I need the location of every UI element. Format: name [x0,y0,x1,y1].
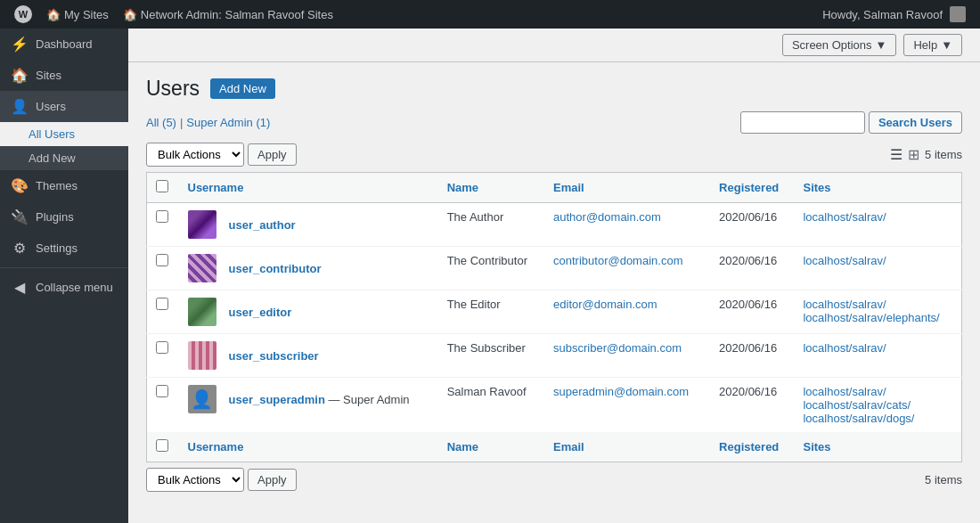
tf-username[interactable]: Username [179,432,438,462]
site-link[interactable]: localhost/salrav/ [803,254,952,267]
table-body: user_authorThe Authorauthor@domain.com20… [147,203,962,433]
th-name[interactable]: Name [438,173,544,203]
row-name-cell: The Contributor [438,247,544,290]
username-text-wrapper: user_superadmin — Super Admin [229,393,410,406]
list-view-icon[interactable]: ☰ [890,146,902,163]
select-all-checkbox-bottom[interactable] [156,439,168,452]
items-count-label-bottom: 5 items [925,473,962,486]
howdy-menu[interactable]: Howdy, Salman Ravoof [815,6,973,22]
search-input[interactable] [740,111,865,134]
screen-options-button[interactable]: Screen Options ▼ [782,34,896,56]
add-new-button[interactable]: Add New [210,78,275,99]
row-checkbox-cell [147,290,179,334]
row-checkbox[interactable] [156,341,168,354]
row-name-cell: The Subscriber [438,334,544,378]
filter-super-admin-link[interactable]: Super Admin (1) [186,116,270,129]
row-checkbox[interactable] [156,298,168,310]
row-registered-cell: 2020/06/16 [710,378,794,433]
username-link[interactable]: user_subscriber [229,349,319,363]
sidebar-item-plugins[interactable]: 🔌 Plugins [0,201,128,233]
site-link[interactable]: localhost/salrav/cats/ [803,398,952,412]
email-link[interactable]: superadmin@domain.com [553,385,689,398]
sidebar-item-dashboard[interactable]: ⚡ Dashboard [0,29,128,60]
user-avatar-small [950,6,966,22]
row-registered-cell: 2020/06/16 [710,334,794,378]
content-area: Users Add New All (5) | Super Admin (1) … [128,62,980,523]
plugins-icon: 🔌 [11,208,29,225]
username-text-wrapper: user_editor [229,306,292,319]
row-username-cell: user_editor [179,290,438,334]
help-button[interactable]: Help ▼ [903,34,962,56]
table-row: user_authorThe Authorauthor@domain.com20… [147,203,962,247]
email-link[interactable]: subscriber@domain.com [553,341,682,355]
sidebar-item-settings[interactable]: ⚙ Settings [0,233,128,264]
sidebar-item-all-users[interactable]: All Users [0,122,128,146]
sidebar-item-sites[interactable]: 🏠 Sites [0,60,128,91]
row-checkbox[interactable] [156,254,168,266]
filter-all-link[interactable]: All (5) [146,116,176,129]
username-link[interactable]: user_superadmin [229,393,325,406]
row-checkbox[interactable] [156,385,168,397]
apply-button-bottom[interactable]: Apply [248,469,297,491]
email-link[interactable]: author@domain.com [553,210,661,224]
row-registered-cell: 2020/06/16 [710,290,794,334]
network-admin-link[interactable]: 🏠 Network Admin: Salman Ravoof Sites [116,0,340,29]
site-link[interactable]: localhost/salrav/ [803,385,952,398]
row-registered-cell: 2020/06/16 [710,247,794,290]
bulk-actions-select-top[interactable]: Bulk Actions Delete [146,143,244,167]
screen-options-arrow: ▼ [876,38,887,52]
row-username-cell: user_superadmin — Super Admin [179,378,438,433]
tf-sites[interactable]: Sites [794,432,961,462]
tf-name[interactable]: Name [438,432,544,462]
th-checkbox [147,173,179,203]
grid-view-icon[interactable]: ⊞ [908,146,919,163]
sidebar-item-themes[interactable]: 🎨 Themes [0,170,128,201]
table-row: user_contributorThe Contributorcontribut… [147,247,962,290]
tf-registered[interactable]: Registered [710,432,794,462]
filter-row: All (5) | Super Admin (1) Search Users [146,111,962,134]
site-link[interactable]: localhost/salrav/ [803,341,952,355]
search-users-button[interactable]: Search Users [869,111,962,134]
select-all-checkbox[interactable] [156,180,168,192]
settings-icon: ⚙ [11,240,29,257]
th-email[interactable]: Email [544,173,710,203]
th-username[interactable]: Username [179,173,438,203]
row-sites-cell: localhost/salrav/ [794,247,961,290]
row-sites-cell: localhost/salrav/ [794,334,961,378]
th-sites[interactable]: Sites [794,173,961,203]
filter-links: All (5) | Super Admin (1) [146,116,270,129]
username-link[interactable]: user_editor [229,306,292,319]
username-link[interactable]: user_author [229,218,296,232]
wp-logo[interactable]: W [7,0,39,29]
my-sites-menu[interactable]: 🏠 My Sites [39,0,116,29]
admin-bar-right: Howdy, Salman Ravoof [815,6,973,22]
th-registered[interactable]: Registered [710,173,794,203]
table-head: Username Name Email Registered Sites [147,173,962,203]
table-foot: Username Name Email Registered Sites [147,432,962,462]
site-link[interactable]: localhost/salrav/ [803,298,952,311]
apply-button-top[interactable]: Apply [248,143,297,166]
table-row: user_superadmin — Super AdminSalman Ravo… [147,378,962,433]
email-link[interactable]: editor@domain.com [553,298,657,311]
site-link[interactable]: localhost/salrav/dogs/ [803,412,952,425]
bulk-actions-select-bottom[interactable]: Bulk Actions Delete [146,468,244,492]
sidebar-plugins-label: Plugins [36,210,74,224]
sidebar-item-add-new[interactable]: Add New [0,146,128,170]
sidebar-item-collapse[interactable]: ◀ Collapse menu [0,272,128,303]
email-link[interactable]: contributor@domain.com [553,254,682,267]
row-sites-cell: localhost/salrav/ [794,203,961,247]
site-link[interactable]: localhost/salrav/elephants/ [803,311,952,324]
help-arrow: ▼ [941,38,952,52]
home-icon: 🏠 [123,8,137,21]
sidebar-collapse-label: Collapse menu [36,281,113,294]
sidebar-add-new-label: Add New [29,151,76,165]
username-wrapper: user_subscriber [188,341,429,370]
row-checkbox[interactable] [156,210,168,223]
row-name-cell: The Author [438,203,544,247]
user-avatar [188,385,216,413]
tf-checkbox [147,432,179,462]
sidebar-item-users[interactable]: 👤 Users [0,91,128,122]
username-link[interactable]: user_contributor [229,262,322,275]
tf-email[interactable]: Email [544,432,710,462]
site-link[interactable]: localhost/salrav/ [803,210,952,224]
